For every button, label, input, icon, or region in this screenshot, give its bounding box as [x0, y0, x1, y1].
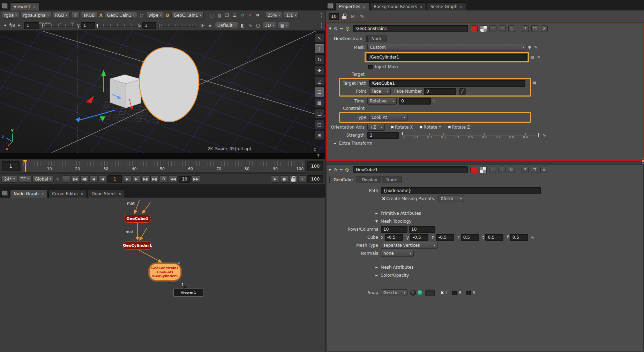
- tab-node[interactable]: Node: [382, 176, 401, 183]
- redo-icon[interactable]: ↷: [499, 25, 506, 32]
- redo-icon[interactable]: ↷: [499, 167, 506, 173]
- focus-node-icon[interactable]: ⊙: [334, 26, 337, 31]
- target-path-field[interactable]: /GeoCube1: [369, 80, 525, 87]
- pane-menu-icon[interactable]: [2, 191, 7, 195]
- frame-ruler[interactable]: 1 10 20 30 40 50 60 70 80 90 100: [22, 160, 306, 173]
- node-geoconstrain1[interactable]: GeoConstrain1 (look-at) /GeoCylinder1: [149, 263, 181, 281]
- tab-node[interactable]: Node: [367, 35, 387, 42]
- slider-handle[interactable]: [158, 24, 160, 28]
- fps-dropdown[interactable]: 24*▾: [2, 176, 17, 183]
- go-to-end-button[interactable]: ▶▮: [150, 175, 158, 183]
- rows-field[interactable]: 10: [381, 226, 407, 233]
- edit-pencil-icon[interactable]: ✎: [359, 13, 365, 20]
- expand-triangle-icon[interactable]: ►: [334, 141, 336, 145]
- time-mode-dropdown[interactable]: Relative▾: [367, 98, 397, 105]
- curve-icon[interactable]: ∿: [530, 234, 536, 241]
- clear-path-icon[interactable]: ✕: [536, 54, 542, 61]
- pan-tool-icon[interactable]: ⇧: [315, 44, 324, 53]
- pane-splitter-handle[interactable]: [642, 159, 644, 164]
- time-offset-field[interactable]: 0: [399, 98, 431, 105]
- lock-range-button[interactable]: [289, 175, 297, 183]
- layers-icon[interactable]: ☰: [232, 12, 238, 19]
- tab-curve-editor[interactable]: Curve Editor ✕: [48, 190, 87, 198]
- gamma-field[interactable]: 1: [81, 22, 95, 29]
- columns-field[interactable]: 10: [409, 226, 435, 233]
- max-panels-field[interactable]: 10: [329, 13, 339, 20]
- rotate-y-checkbox[interactable]: ✖: [418, 125, 424, 130]
- edit-expression-icon[interactable]: ✎: [533, 44, 539, 51]
- play-button[interactable]: ▶: [123, 175, 131, 183]
- wipe-stack-icon[interactable]: ❐: [224, 12, 230, 19]
- gear-icon[interactable]: ✱: [526, 44, 533, 51]
- saturation-slider[interactable]: [158, 22, 198, 29]
- snap-dropdown[interactable]: Geo to▾: [381, 289, 407, 296]
- rotate-x-checkbox[interactable]: ✖: [390, 125, 395, 130]
- node-name-field[interactable]: GeoConstrain1: [353, 25, 468, 32]
- node-graph[interactable]: mat mat GeoCube1 GeoCylinder1 GeoConstra…: [0, 198, 325, 352]
- orientation-axis-dropdown[interactable]: +Z▾: [367, 124, 385, 131]
- node-viewer1[interactable]: Viewer1: [173, 289, 203, 297]
- tab-node-graph[interactable]: Node Graph ✕: [10, 190, 47, 198]
- input-process-icon[interactable]: ≫: [200, 22, 206, 29]
- slider-handle[interactable]: [97, 24, 98, 28]
- close-all-panels-icon[interactable]: ⊠: [350, 13, 356, 20]
- cube-x-field[interactable]: -0.5: [385, 234, 403, 241]
- input-a-dropdown[interactable]: GeoC...ain1▾: [105, 12, 137, 19]
- fstop-prev-icon[interactable]: ◀: [2, 22, 8, 29]
- create-missing-parents-checkbox[interactable]: ✖: [381, 196, 386, 201]
- srgb-button[interactable]: sRGB: [81, 12, 97, 19]
- pause-icon[interactable]: ▮▮: [255, 12, 261, 19]
- lightbulb-icon[interactable]: [345, 168, 349, 171]
- slider-handle[interactable]: [42, 24, 43, 28]
- expand-triangle-icon[interactable]: ►: [375, 274, 378, 277]
- tab-geocube[interactable]: GeoCube: [329, 176, 357, 183]
- next-keyframe-button[interactable]: ▶▮: [141, 175, 149, 183]
- scale-tool-icon[interactable]: ◿: [315, 77, 324, 86]
- playback-end-field[interactable]: 100: [307, 175, 323, 183]
- guides-icon[interactable]: #: [207, 22, 214, 29]
- gamma-slider[interactable]: [96, 22, 137, 29]
- scene-list-icon[interactable]: ▤: [529, 54, 536, 61]
- pin-icon[interactable]: ✒: [339, 167, 343, 172]
- close-icon[interactable]: ✕: [460, 5, 463, 9]
- tab-display[interactable]: Display: [358, 176, 381, 183]
- collapse-triangle-icon[interactable]: ▼: [329, 168, 331, 171]
- constraint-type-dropdown[interactable]: Look At▾: [369, 114, 407, 121]
- tab-viewer1[interactable]: Viewer1 ✕: [10, 2, 39, 10]
- pane-menu-icon[interactable]: [2, 3, 7, 8]
- float-panel-icon[interactable]: ❐: [531, 167, 538, 173]
- cube-r-field[interactable]: 0.5: [461, 234, 479, 241]
- expand-triangle-icon[interactable]: ►: [375, 212, 378, 215]
- step-back-button[interactable]: ◀: [89, 175, 97, 183]
- input-process-toggle[interactable]: IP: [71, 12, 80, 19]
- gain-slider[interactable]: 0.015625 1 64: [41, 22, 76, 29]
- cube-n-field[interactable]: -0.5: [436, 234, 454, 241]
- render-to-disk-button[interactable]: ↧: [298, 175, 306, 183]
- close-icon[interactable]: ✕: [363, 5, 366, 9]
- channel-swatch[interactable]: [480, 167, 487, 173]
- tab-properties[interactable]: Properties ✕: [336, 2, 369, 10]
- alpha-dropdown[interactable]: rgba.alpha▾: [21, 12, 51, 19]
- lut-curve-icon[interactable]: ∿: [247, 22, 254, 29]
- 3d-viewport[interactable]: Y Z x ↖ ⇧ ↻ ✥ ◿ ☰ ▦ ❏ ▢ ⊞ 2K_Super_35(fu…: [0, 31, 325, 153]
- camera-dropdown[interactable]: ▦▾: [278, 22, 290, 29]
- tab-scene-graph[interactable]: Scene Graph ✕: [427, 2, 466, 10]
- collapse-triangle-icon[interactable]: ▼: [375, 220, 378, 223]
- frame-increment-field[interactable]: 10: [179, 176, 190, 183]
- lock-panels-icon[interactable]: [342, 16, 346, 19]
- close-icon[interactable]: ✕: [419, 5, 422, 9]
- pin-icon[interactable]: ✒: [340, 26, 343, 31]
- close-icon[interactable]: ✕: [119, 192, 121, 196]
- go-to-start-button[interactable]: ▮◀: [71, 175, 79, 183]
- update-icon[interactable]: ↻: [508, 167, 515, 173]
- stop-button[interactable]: ■: [280, 175, 288, 183]
- prev-keyframe-button[interactable]: ◀▮: [80, 175, 88, 183]
- proxy-dropdown[interactable]: 1:1▾: [284, 12, 298, 19]
- frame-selected-icon[interactable]: ❏: [315, 109, 324, 118]
- toolbar-overflow-icon[interactable]: ∧∨: [320, 13, 323, 18]
- node-geocylinder1[interactable]: GeoCylinder1: [123, 242, 152, 250]
- region-tool-icon[interactable]: ▢: [315, 120, 324, 129]
- tab-geoconstrain[interactable]: GeoConstrain: [330, 35, 367, 42]
- expand-triangle-icon[interactable]: ►: [375, 266, 378, 269]
- cube-y-field[interactable]: -0.5: [410, 234, 428, 241]
